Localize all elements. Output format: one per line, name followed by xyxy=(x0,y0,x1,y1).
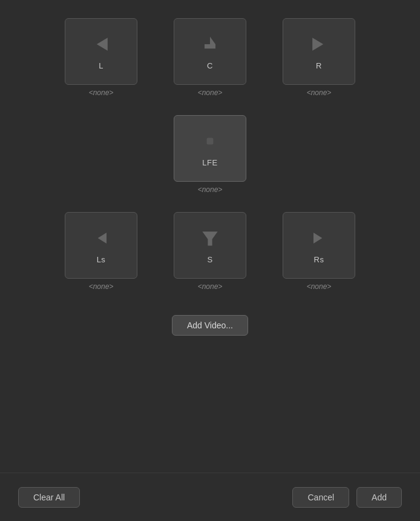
channel-cell-S: S <none> xyxy=(174,212,246,291)
channel-box-L[interactable]: L xyxy=(65,18,137,85)
channel-row-2: LFE <none> xyxy=(174,115,246,194)
add-button[interactable]: Add xyxy=(356,487,402,508)
channel-box-S[interactable]: S xyxy=(174,212,246,279)
channel-row-3: Ls <none> S <none> xyxy=(65,212,355,291)
arrow-left-small-icon xyxy=(90,227,112,251)
bottom-right: Cancel Add xyxy=(292,487,402,508)
channel-cell-R: R <none> xyxy=(283,18,355,97)
channel-box-Ls[interactable]: Ls xyxy=(65,212,137,279)
bottom-left: Clear All xyxy=(18,487,80,508)
arrow-left-icon xyxy=(90,33,112,58)
channel-cell-LFE: LFE <none> xyxy=(174,115,246,194)
channel-label-L: L xyxy=(99,61,103,70)
dot-icon xyxy=(199,130,221,154)
channel-box-C[interactable]: C xyxy=(174,18,246,85)
clear-all-button[interactable]: Clear All xyxy=(18,487,80,508)
svg-marker-3 xyxy=(312,38,323,51)
arrow-right-icon xyxy=(308,33,330,58)
arrow-right-small-icon xyxy=(308,227,330,251)
channel-value-LFE: <none> xyxy=(198,185,223,194)
add-video-button[interactable]: Add Video... xyxy=(172,315,248,336)
svg-marker-7 xyxy=(313,233,322,244)
channel-value-Ls: <none> xyxy=(89,282,114,291)
svg-rect-4 xyxy=(207,138,214,144)
channel-label-LFE: LFE xyxy=(202,158,217,167)
svg-marker-5 xyxy=(98,233,107,244)
channel-value-R: <none> xyxy=(307,88,332,97)
channel-cell-C: C <none> xyxy=(174,18,246,97)
svg-marker-1 xyxy=(210,36,215,44)
main-content: L <none> C <none> xyxy=(0,0,420,473)
cancel-button[interactable]: Cancel xyxy=(292,487,349,508)
channel-box-LFE[interactable]: LFE xyxy=(174,115,246,182)
channel-value-L: <none> xyxy=(89,88,114,97)
channel-box-R[interactable]: R xyxy=(283,18,355,85)
svg-rect-2 xyxy=(205,44,215,48)
channel-cell-Ls: Ls <none> xyxy=(65,212,137,291)
channel-row-1: L <none> C <none> xyxy=(65,18,355,97)
channel-value-C: <none> xyxy=(198,88,223,97)
bottom-bar: Clear All Cancel Add xyxy=(0,473,420,521)
funnel-icon xyxy=(199,227,221,251)
channel-label-Ls: Ls xyxy=(97,255,106,264)
svg-marker-6 xyxy=(202,231,217,245)
channel-value-Rs: <none> xyxy=(307,282,332,291)
channel-grid: L <none> C <none> xyxy=(0,18,420,297)
channel-label-S: S xyxy=(207,255,212,264)
channel-label-Rs: Rs xyxy=(314,255,324,264)
channel-cell-Rs: Rs <none> xyxy=(283,212,355,291)
svg-marker-0 xyxy=(97,38,108,51)
channel-label-C: C xyxy=(207,61,213,70)
speaker-center-icon xyxy=(199,33,221,58)
channel-box-Rs[interactable]: Rs xyxy=(283,212,355,279)
channel-value-S: <none> xyxy=(198,282,223,291)
channel-cell-L: L <none> xyxy=(65,18,137,97)
channel-label-R: R xyxy=(316,61,322,70)
